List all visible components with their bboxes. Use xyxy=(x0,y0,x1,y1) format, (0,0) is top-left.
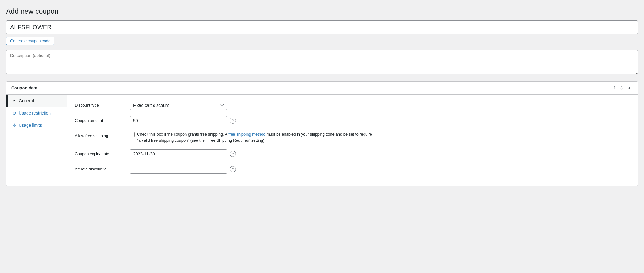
panel-controls: ⇧ ⇩ ▲ xyxy=(611,85,633,91)
free-shipping-checkbox[interactable] xyxy=(130,132,135,137)
no-entry-icon: ⊘ xyxy=(13,111,16,115)
affiliate-discount-label: Affiliate discount? xyxy=(75,165,130,172)
sidebar-item-usage-limits-label: Usage limits xyxy=(19,123,42,128)
coupon-amount-help-icon[interactable]: ? xyxy=(230,118,236,124)
panel-main: Discount type Percentage discount Fixed … xyxy=(67,95,638,186)
coupon-expiry-date-input[interactable] xyxy=(130,149,227,158)
crosshair-icon: ✛ xyxy=(13,123,16,128)
free-shipping-content: Check this box if the coupon grants free… xyxy=(130,131,374,143)
panel-collapse-button[interactable]: ▲ xyxy=(626,85,633,91)
free-shipping-text-prefix: Check this box if the coupon grants free… xyxy=(137,132,227,136)
panel-sidebar: ✂ General ⊘ Usage restriction ✛ Usage li… xyxy=(6,95,67,186)
free-shipping-text: Check this box if the coupon grants free… xyxy=(137,131,374,143)
sidebar-item-usage-restriction-label: Usage restriction xyxy=(19,111,51,115)
affiliate-discount-input[interactable] xyxy=(130,165,227,174)
allow-free-shipping-row: Allow free shipping Check this box if th… xyxy=(75,131,630,143)
generate-coupon-button[interactable]: Generate coupon code xyxy=(6,37,54,45)
coupon-amount-input[interactable] xyxy=(130,116,227,125)
free-shipping-method-link[interactable]: free shipping method xyxy=(228,132,265,136)
affiliate-discount-field: ? xyxy=(130,165,630,174)
panel-down-button[interactable]: ⇩ xyxy=(619,85,625,91)
panel-header: Coupon data ⇧ ⇩ ▲ xyxy=(6,82,638,95)
coupon-expiry-date-label: Coupon expiry date xyxy=(75,149,130,157)
allow-free-shipping-field: Check this box if the coupon grants free… xyxy=(130,131,630,143)
sidebar-item-usage-limits[interactable]: ✛ Usage limits xyxy=(6,119,67,131)
sidebar-item-general[interactable]: ✂ General xyxy=(6,95,67,107)
page-title: Add new coupon xyxy=(6,7,638,16)
scissors-icon: ✂ xyxy=(13,98,16,103)
coupon-data-panel: Coupon data ⇧ ⇩ ▲ ✂ General ⊘ Usage rest… xyxy=(6,81,638,186)
discount-type-select[interactable]: Percentage discount Fixed cart discount … xyxy=(130,101,227,110)
sidebar-item-general-label: General xyxy=(19,98,34,103)
discount-type-row: Discount type Percentage discount Fixed … xyxy=(75,101,630,110)
discount-type-label: Discount type xyxy=(75,101,130,108)
coupon-amount-row: Coupon amount ? xyxy=(75,116,630,125)
coupon-expiry-date-help-icon[interactable]: ? xyxy=(230,151,236,157)
coupon-expiry-date-field: ? xyxy=(130,149,630,158)
sidebar-item-usage-restriction[interactable]: ⊘ Usage restriction xyxy=(6,107,67,119)
coupon-amount-label: Coupon amount xyxy=(75,116,130,123)
coupon-code-input[interactable] xyxy=(6,20,638,34)
affiliate-discount-help-icon[interactable]: ? xyxy=(230,166,236,172)
panel-content: ✂ General ⊘ Usage restriction ✛ Usage li… xyxy=(6,95,638,186)
discount-type-field: Percentage discount Fixed cart discount … xyxy=(130,101,630,110)
description-textarea[interactable] xyxy=(6,50,638,74)
affiliate-discount-row: Affiliate discount? ? xyxy=(75,165,630,174)
coupon-expiry-date-row: Coupon expiry date ? xyxy=(75,149,630,158)
coupon-amount-field: ? xyxy=(130,116,630,125)
panel-up-button[interactable]: ⇧ xyxy=(611,85,617,91)
allow-free-shipping-label: Allow free shipping xyxy=(75,131,130,139)
panel-title: Coupon data xyxy=(11,86,38,90)
